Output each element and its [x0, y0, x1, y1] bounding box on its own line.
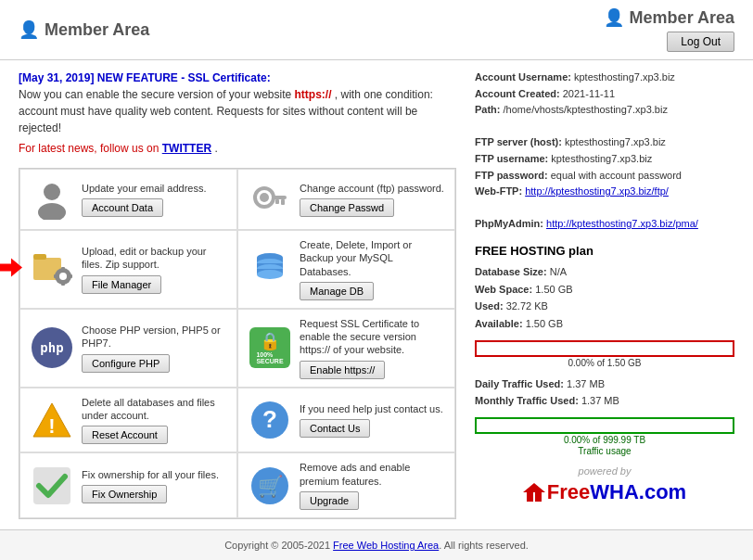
period: .	[214, 142, 217, 155]
person-icon-right: 👤	[604, 7, 624, 28]
monthly-traffic-label: Monthly Traffic Used:	[475, 395, 579, 406]
phpmyadmin-label: PhpMyAdmin:	[475, 218, 543, 229]
action-cell-account-data: Update your email address. Account Data	[19, 169, 237, 230]
traffic-info: Daily Traffic Used: 1.37 MB Monthly Traf…	[475, 375, 734, 410]
red-arrow	[0, 257, 22, 282]
account-data-button[interactable]: Account Data	[82, 198, 163, 217]
freewha-free: Free	[547, 480, 590, 503]
footer: Copyright © 2005-2021 Free Web Hosting A…	[0, 529, 753, 560]
svg-text:🛒: 🛒	[258, 474, 284, 499]
svg-text:!: !	[48, 414, 55, 438]
svg-point-3	[260, 193, 269, 202]
account-info: Account Username: kptesthosting7.xp3.biz…	[475, 70, 734, 233]
action-cell-reset-account: ! Delete all databases and files under a…	[19, 388, 237, 453]
logout-button[interactable]: Log Out	[667, 32, 734, 52]
manage-db-desc: Create, Delete, Import or Backup your My…	[300, 238, 445, 278]
path-value: /home/vhosts/kptesthosting7.xp3.biz	[504, 104, 668, 115]
person-icon-left: 👤	[19, 19, 39, 40]
fix-ownership-group: Fix ownership for all your files. Fix Ow…	[82, 468, 219, 503]
db-size-value: N/A	[550, 266, 567, 277]
svg-point-1	[38, 203, 66, 220]
action-cell-fix-ownership: Fix ownership for all your files. Fix Ow…	[19, 452, 237, 518]
web-space-value: 1.50 GB	[535, 284, 572, 295]
freewha-wha: WHA	[590, 480, 639, 503]
header-left-logo: 👤 Member Area	[19, 19, 149, 40]
enable-https-button[interactable]: Enable https://	[300, 361, 385, 379]
reset-account-desc: Delete all databases and files under acc…	[82, 396, 227, 423]
webftp-link[interactable]: http://kptesthosting7.xp3.biz/ftp/	[525, 185, 669, 197]
enable-https-desc: Request SSL Certificate to enable the se…	[300, 317, 445, 357]
svg-point-22	[257, 270, 283, 279]
manage-db-group: Create, Delete, Import or Backup your My…	[300, 238, 445, 300]
enable-https-group: Request SSL Certificate to enable the se…	[300, 317, 445, 379]
https-text: https://	[295, 88, 332, 101]
php-icon: php	[30, 325, 74, 370]
traffic-progress-container: 0.00% of 999.99 TB Traffic usage	[475, 417, 734, 456]
web-space-label: Web Space:	[475, 284, 532, 295]
header: 👤 Member Area 👤 Member Area Log Out	[0, 0, 753, 60]
created-label: Account Created:	[475, 88, 560, 99]
powered-by-text: powered by	[475, 465, 734, 477]
freewha-logo: FreeWHA.com	[547, 480, 686, 504]
upgrade-button[interactable]: Upgrade	[300, 491, 359, 510]
ftp-password-value: equal with account password	[551, 170, 682, 181]
svg-rect-4	[272, 196, 287, 199]
header-right-logo-text: Member Area	[630, 8, 734, 28]
available-label: Available:	[475, 318, 523, 329]
header-right: 👤 Member Area Log Out	[604, 7, 734, 52]
upgrade-group: Remove ads and enable premium features. …	[300, 461, 445, 510]
account-data-group: Update your email address. Account Data	[82, 182, 207, 217]
phpmyadmin-link[interactable]: http://kptesthosting7.xp3.biz/pma/	[546, 218, 698, 229]
action-cell-manage-db: Create, Delete, Import or Backup your My…	[237, 230, 455, 309]
reset-account-group: Delete all databases and files under acc…	[82, 396, 227, 445]
disk-progress-bar	[475, 340, 734, 357]
ftp-username-value: kptesthosting7.xp3.biz	[551, 153, 652, 164]
configure-php-group: Choose PHP version, PHP5 or PHP7. Config…	[82, 324, 227, 373]
svg-rect-15	[69, 274, 72, 278]
manage-db-button[interactable]: Manage DB	[300, 282, 374, 300]
fix-ownership-button[interactable]: Fix Ownership	[82, 485, 167, 503]
ftp-server-value: kptesthosting7.xp3.biz	[565, 136, 666, 147]
announcement: [May 31, 2019] NEW FEATURE - SSL Certifi…	[19, 70, 456, 157]
daily-traffic-value: 1.37 MB	[567, 378, 605, 389]
announcement-line1: Now you can enable the secure version of…	[19, 88, 291, 101]
configure-php-button[interactable]: Configure PHP	[82, 354, 170, 373]
freewha-com: .com	[639, 480, 686, 503]
upgrade-desc: Remove ads and enable premium features.	[300, 461, 445, 488]
traffic-progress-bar	[475, 417, 734, 434]
disk-progress-container: 0.00% of 1.50 GB	[475, 340, 734, 368]
file-manager-group: Upload, edit or backup your files. Zip s…	[82, 245, 227, 294]
svg-rect-13	[61, 282, 65, 286]
account-data-desc: Update your email address.	[82, 182, 207, 195]
fix-ownership-desc: Fix ownership for all your files.	[82, 468, 219, 481]
contact-us-desc: If you need help just contact us.	[300, 402, 443, 415]
svg-rect-5	[281, 199, 285, 205]
contact-us-button[interactable]: Contact Us	[300, 419, 370, 438]
svg-point-11	[59, 273, 67, 280]
traffic-progress-label: 0.00% of 999.99 TB	[475, 435, 734, 445]
monthly-traffic-value: 1.37 MB	[581, 395, 619, 406]
footer-link[interactable]: Free Web Hosting Area	[333, 540, 439, 551]
file-manager-button[interactable]: File Manager	[82, 275, 161, 294]
footer-text2: . All rights reserved.	[439, 540, 529, 551]
svg-text:?: ?	[262, 405, 277, 433]
footer-text: Copyright © 2005-2021	[224, 540, 333, 551]
path-label: Path:	[475, 104, 501, 115]
folder-gear-icon	[30, 247, 74, 291]
username-value: kptesthosting7.xp3.biz	[574, 71, 675, 83]
plan-detail: Database Size: N/A Web Space: 1.50 GB Us…	[475, 263, 734, 333]
reset-account-button[interactable]: Reset Account	[82, 426, 168, 444]
twitter-link[interactable]: TWITTER	[162, 142, 211, 155]
disk-progress-label: 0.00% of 1.50 GB	[475, 358, 734, 368]
db-size-label: Database Size:	[475, 266, 547, 277]
daily-traffic-label: Daily Traffic Used:	[475, 378, 564, 389]
svg-rect-12	[61, 267, 65, 271]
question-icon: ?	[248, 398, 292, 442]
date-feature-text: [May 31, 2019] NEW FEATURE - SSL Certifi…	[19, 71, 271, 84]
actions-grid: Update your email address. Account Data	[19, 168, 456, 519]
change-passwd-button[interactable]: Change Passwd	[300, 198, 394, 217]
warning-icon: !	[30, 398, 74, 442]
available-value: 1.50 GB	[526, 318, 563, 329]
action-cell-change-passwd: Change account (ftp) password. Change Pa…	[237, 169, 455, 230]
right-panel: Account Username: kptesthosting7.xp3.biz…	[475, 70, 734, 520]
